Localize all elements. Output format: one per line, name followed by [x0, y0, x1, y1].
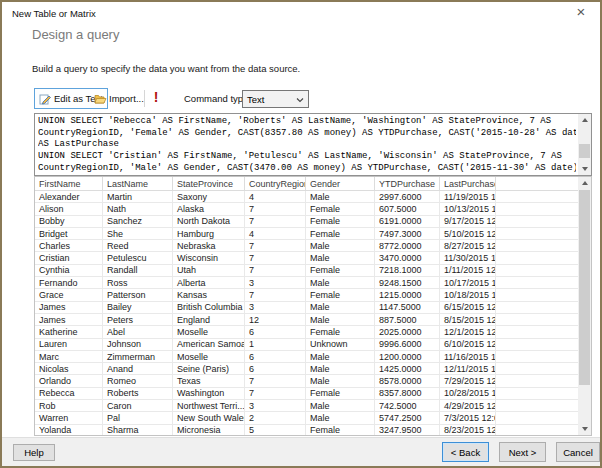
- table-cell: Sanchez: [103, 216, 173, 227]
- table-cell: Alexander: [35, 191, 103, 202]
- table-cell: Yolanda: [35, 425, 103, 435]
- table-cell: 4: [245, 191, 306, 202]
- table-cell-filler: [496, 240, 578, 251]
- table-cell: Female: [306, 388, 375, 399]
- query-text[interactable]: UNION SELECT 'Rebecca' AS FirstName, 'Ro…: [38, 116, 576, 173]
- table-row[interactable]: BridgetSheHamburg4Female7497.30005/10/20…: [35, 228, 578, 240]
- table-cell: Seine (Paris): [173, 363, 245, 374]
- scroll-up-icon[interactable]: [578, 114, 591, 126]
- open-folder-icon: [94, 93, 106, 105]
- grid-scrollbar[interactable]: [578, 177, 591, 435]
- table-row[interactable]: RobCaronNorthwest Terri...3Male742.50004…: [35, 400, 578, 412]
- import-label: Import...: [109, 93, 144, 104]
- table-cell: 7: [245, 388, 306, 399]
- grid-header-filler: [496, 177, 578, 190]
- table-cell: 8772.0000: [375, 240, 440, 251]
- table-cell: Lauren: [35, 339, 103, 350]
- table-row[interactable]: KatherineAbelMoselle6Female2025.000012/1…: [35, 326, 578, 338]
- table-cell: 8357.8000: [375, 388, 440, 399]
- table-row[interactable]: YolandaSharmaMicronesia5Female3247.95008…: [35, 425, 578, 435]
- table-cell: Male: [306, 400, 375, 411]
- table-cell: 9/17/2015 12:0...: [440, 216, 496, 227]
- table-cell: Nicolas: [35, 363, 103, 374]
- table-row[interactable]: LaurenJohnsonAmerican Samoa1Unknown9996.…: [35, 339, 578, 351]
- table-cell: Micronesia: [173, 425, 245, 435]
- table-cell: She: [103, 228, 173, 239]
- query-editor-scrollbar[interactable]: [578, 114, 591, 175]
- table-cell: 7: [245, 265, 306, 276]
- grid-header-cell: StateProvince: [173, 177, 245, 190]
- table-cell: Nath: [103, 203, 173, 214]
- grid-header: FirstNameLastNameStateProvinceCountryReg…: [35, 177, 578, 191]
- table-cell-filler: [496, 191, 578, 202]
- table-row[interactable]: GracePattersonKansas7Female1215.000010/1…: [35, 289, 578, 301]
- table-cell: 5747.2500: [375, 412, 440, 423]
- table-cell: North Dakota: [173, 216, 245, 227]
- query-editor[interactable]: UNION SELECT 'Rebecca' AS FirstName, 'Ro…: [34, 113, 592, 176]
- table-cell: Male: [306, 375, 375, 386]
- table-row[interactable]: BobbySanchezNorth Dakota7Female6191.0000…: [35, 216, 578, 228]
- table-cell: 1147.5000: [375, 302, 440, 313]
- table-cell: Romeo: [103, 375, 173, 386]
- table-row[interactable]: NicolasAnandSeine (Paris)6Male1425.00001…: [35, 363, 578, 375]
- table-cell: 11/16/2015 12:...: [440, 351, 496, 362]
- table-cell: Randall: [103, 265, 173, 276]
- table-cell: Charles: [35, 240, 103, 251]
- table-row[interactable]: JamesBaileyBritish Columbia3Male1147.500…: [35, 302, 578, 314]
- table-cell: Alison: [35, 203, 103, 214]
- grid-body: AlexanderMartinSaxony4Male2997.600011/19…: [35, 191, 578, 435]
- table-cell: 11/30/2015 12:...: [440, 252, 496, 263]
- table-cell: Moselle: [173, 326, 245, 337]
- grid-scroll-area: FirstNameLastNameStateProvinceCountryReg…: [35, 177, 578, 435]
- table-cell: Bobby: [35, 216, 103, 227]
- table-row[interactable]: MarcZimmermanMoselle6Male1200.000011/16/…: [35, 351, 578, 363]
- table-cell: 12: [245, 314, 306, 325]
- new-table-or-matrix-dialog: New Table or Matrix × Design a query Bui…: [0, 0, 602, 468]
- table-row[interactable]: CynthiaRandallUtah7Female7218.10001/11/2…: [35, 265, 578, 277]
- scroll-up-icon[interactable]: [578, 177, 591, 189]
- table-cell-filler: [496, 412, 578, 423]
- command-type-select[interactable]: Text: [242, 90, 309, 108]
- table-cell: Texas: [173, 375, 245, 386]
- table-cell: Female: [306, 216, 375, 227]
- back-button[interactable]: < Back: [442, 442, 489, 462]
- table-row[interactable]: OrlandoRomeoTexas7Male8578.00007/29/2015…: [35, 375, 578, 387]
- import-button[interactable]: Import...: [90, 88, 148, 109]
- table-cell-filler: [496, 375, 578, 386]
- table-row[interactable]: CharlesReedNebraska7Male8772.00008/27/20…: [35, 240, 578, 252]
- cancel-button[interactable]: Cancel: [556, 442, 600, 462]
- table-row[interactable]: RebeccaRobertsWashington7Female8357.8000…: [35, 388, 578, 400]
- table-cell: Reed: [103, 240, 173, 251]
- table-cell: Anand: [103, 363, 173, 374]
- scrollbar-thumb[interactable]: [579, 144, 590, 158]
- table-cell: 1/11/2015 12:0...: [440, 265, 496, 276]
- table-cell: Bridget: [35, 228, 103, 239]
- table-cell: Female: [306, 265, 375, 276]
- close-icon[interactable]: ×: [573, 4, 589, 20]
- table-cell: Fernando: [35, 277, 103, 288]
- table-cell-filler: [496, 388, 578, 399]
- scroll-down-icon[interactable]: [578, 163, 591, 175]
- table-cell: 6: [245, 326, 306, 337]
- scroll-down-icon[interactable]: [578, 423, 591, 435]
- page-description: Build a query to specify the data you wa…: [32, 63, 300, 74]
- next-button[interactable]: Next >: [499, 442, 546, 462]
- table-row[interactable]: AlexanderMartinSaxony4Male2997.600011/19…: [35, 191, 578, 203]
- table-row[interactable]: FernandoRossAlberta3Male9248.150010/17/2…: [35, 277, 578, 289]
- scrollbar-thumb[interactable]: [579, 190, 590, 385]
- table-row[interactable]: CristianPetulescuWisconsin7Male3470.0000…: [35, 252, 578, 264]
- table-cell: 1: [245, 339, 306, 350]
- table-cell-filler: [496, 289, 578, 300]
- window-title: New Table or Matrix: [12, 8, 96, 19]
- table-row[interactable]: JamesPetersEngland12Male887.50008/15/201…: [35, 314, 578, 326]
- table-cell: Marc: [35, 351, 103, 362]
- run-query-button[interactable]: !: [150, 89, 162, 105]
- table-cell: 3247.9500: [375, 425, 440, 435]
- table-row[interactable]: WarrenPalNew South Wales2Male5747.25007/…: [35, 412, 578, 424]
- table-row[interactable]: AlisonNathAlaska7Female607.500010/13/201…: [35, 203, 578, 215]
- table-cell: Roberts: [103, 388, 173, 399]
- table-cell: British Columbia: [173, 302, 245, 313]
- table-cell: 10/18/2015 12:...: [440, 289, 496, 300]
- table-cell: 12/11/2015 12:...: [440, 363, 496, 374]
- help-button[interactable]: Help: [13, 444, 55, 461]
